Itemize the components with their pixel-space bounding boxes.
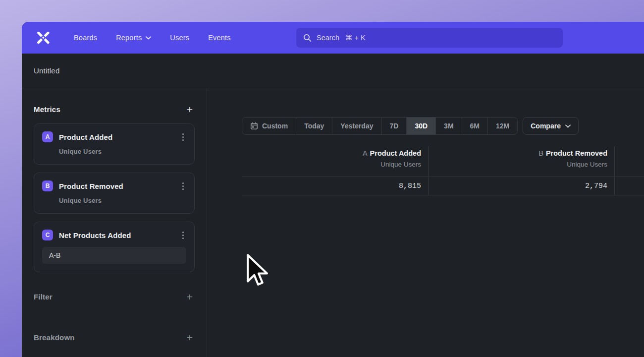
nav-links: Boards Reports Users Events — [74, 34, 231, 42]
column-name: Product Added — [370, 149, 421, 157]
metric-badge: A — [42, 131, 53, 142]
compare-label: Compare — [531, 122, 561, 130]
report-title[interactable]: Untitled — [34, 66, 59, 75]
kebab-menu-icon[interactable] — [180, 181, 186, 191]
nav-item-label: Reports — [116, 34, 142, 42]
metric-card-b[interactable]: B Product Removed Unique Users — [34, 173, 195, 214]
metric-measurement[interactable]: Unique Users — [59, 148, 186, 155]
nav-item-label: Boards — [74, 34, 97, 42]
range-3m[interactable]: 3M — [435, 118, 461, 134]
range-label: Today — [304, 122, 324, 130]
date-range-toolbar: Custom Today Yesterday 7D 30D 3M 6M 12M … — [242, 117, 644, 135]
query-sidebar: Metrics + A Product Added Unique Users B… — [22, 88, 207, 357]
range-custom[interactable]: Custom — [242, 118, 296, 134]
range-label: 6M — [470, 122, 480, 130]
metric-value-a: 8,815 — [242, 177, 428, 195]
range-7d[interactable]: 7D — [381, 118, 407, 134]
metric-card-c[interactable]: C Net Products Added A-B — [34, 222, 195, 272]
metric-measurement[interactable]: Unique Users — [59, 197, 186, 204]
report-header: Untitled — [22, 54, 644, 88]
nav-item-label: Users — [170, 34, 189, 42]
nav-item-reports[interactable]: Reports — [116, 34, 151, 42]
metrics-section-title: Metrics — [34, 105, 60, 114]
range-today[interactable]: Today — [296, 118, 332, 134]
table-column-b: BProduct Removed Unique Users 2,794 — [428, 146, 614, 195]
column-header[interactable]: AProduct Added Unique Users — [242, 146, 428, 177]
range-6m[interactable]: 6M — [462, 118, 487, 134]
date-range-segmented-control: Custom Today Yesterday 7D 30D 3M 6M 12M — [242, 117, 518, 135]
range-label: Custom — [262, 122, 288, 130]
calendar-icon — [250, 122, 258, 130]
metric-badge: B — [42, 180, 53, 191]
search-placeholder: Search — [317, 34, 339, 42]
add-breakdown-button[interactable]: + — [185, 331, 195, 344]
add-filter-button[interactable]: + — [185, 291, 195, 303]
metrics-section-header: Metrics + — [34, 103, 195, 116]
range-30d[interactable]: 30D — [406, 118, 435, 134]
range-yesterday[interactable]: Yesterday — [332, 118, 381, 134]
range-12m[interactable]: 12M — [487, 118, 517, 134]
table-column-a: AProduct Added Unique Users 8,815 — [242, 146, 428, 195]
kebab-menu-icon[interactable] — [180, 132, 186, 142]
metric-name[interactable]: Product Removed — [59, 182, 123, 190]
results-area: Custom Today Yesterday 7D 30D 3M 6M 12M … — [207, 88, 644, 357]
filter-section-title: Filter — [34, 293, 53, 301]
search-input[interactable]: Search ⌘ + K — [296, 28, 563, 48]
nav-item-users[interactable]: Users — [170, 34, 189, 42]
range-label: 30D — [415, 122, 428, 130]
compare-button[interactable]: Compare — [523, 117, 579, 135]
metric-name[interactable]: Product Added — [59, 133, 112, 141]
search-icon — [303, 34, 312, 42]
metrics-result-table: AProduct Added Unique Users 8,815 BProdu… — [242, 146, 644, 195]
metric-name[interactable]: Net Products Added — [59, 231, 131, 239]
add-metric-button[interactable]: + — [185, 103, 195, 116]
column-badge: B — [538, 149, 543, 157]
formula-input[interactable]: A-B — [42, 247, 186, 264]
kebab-menu-icon[interactable] — [180, 230, 186, 240]
top-navbar: Boards Reports Users Events Search ⌘ + K — [22, 22, 644, 54]
column-measurement: Unique Users — [380, 161, 421, 168]
app-window: Boards Reports Users Events Search ⌘ + K… — [22, 22, 644, 357]
column-header[interactable]: BProduct Removed Unique Users — [429, 146, 614, 177]
column-measurement: Unique Users — [567, 161, 607, 168]
breakdown-section-header: Breakdown + — [34, 331, 195, 344]
metric-badge: C — [42, 230, 53, 240]
search-shortcut: ⌘ + K — [345, 34, 366, 42]
nav-item-label: Events — [208, 34, 231, 42]
filter-section-header: Filter + — [34, 291, 195, 303]
mixpanel-logo-icon[interactable] — [37, 31, 50, 44]
metric-value-b: 2,794 — [429, 177, 614, 195]
chevron-down-icon — [146, 36, 151, 40]
range-label: 7D — [390, 122, 399, 130]
chevron-down-icon — [565, 124, 571, 128]
range-label: Yesterday — [340, 122, 373, 130]
range-label: 12M — [496, 122, 509, 130]
column-name: Product Removed — [546, 149, 607, 157]
column-badge: A — [363, 149, 368, 157]
nav-item-boards[interactable]: Boards — [74, 34, 97, 42]
table-column-c-cropped — [614, 146, 644, 195]
metric-card-a[interactable]: A Product Added Unique Users — [34, 123, 195, 165]
range-label: 3M — [444, 122, 453, 130]
breakdown-section-title: Breakdown — [34, 333, 75, 342]
nav-item-events[interactable]: Events — [208, 34, 231, 42]
